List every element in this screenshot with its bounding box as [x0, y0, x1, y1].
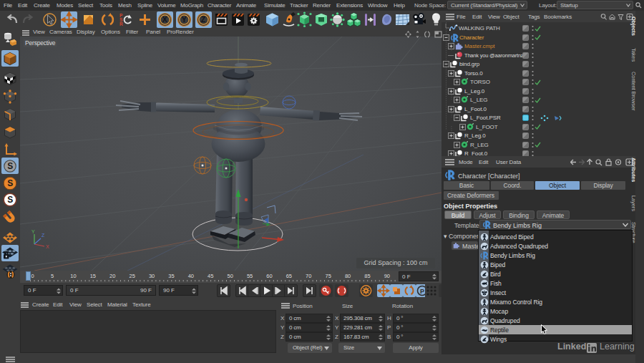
- svg-text:Y: Y: [31, 229, 35, 234]
- svg-text:S: S: [7, 161, 13, 171]
- svg-text:Z: Z: [201, 15, 206, 24]
- svg-text:Z: Z: [42, 233, 45, 238]
- svg-text:X: X: [162, 15, 167, 24]
- svg-text:Y: Y: [182, 15, 187, 24]
- svg-text:X: X: [46, 244, 49, 249]
- svg-text:R: R: [119, 21, 123, 26]
- svg-text:S: S: [7, 178, 13, 188]
- svg-text:P: P: [420, 288, 424, 295]
- svg-text:S: S: [7, 195, 13, 205]
